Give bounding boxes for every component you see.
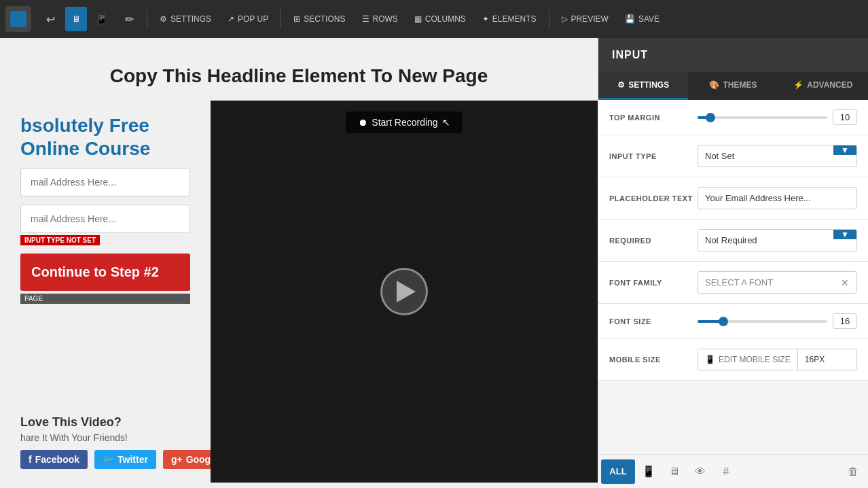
settings-button[interactable]: ⚙ SETTINGS <box>153 7 218 31</box>
input-type-row: INPUT TYPE Not Set ▼ <box>598 135 868 177</box>
font-family-clear-button[interactable]: ✕ <box>833 277 856 288</box>
bottom-eye-button[interactable]: 👁 <box>688 459 712 484</box>
rows-button[interactable]: ☰ ROWS <box>355 7 405 31</box>
placeholder-text-input[interactable] <box>698 187 857 209</box>
mobile-size-control: 📱 EDIT MOBILE SIZE 16PX <box>698 349 857 370</box>
rows-icon: ☰ <box>362 14 369 24</box>
font-family-select[interactable]: SELECT A FONT ✕ <box>698 271 857 294</box>
bottom-eye-icon: 👁 <box>695 466 706 478</box>
advanced-tab-icon: ⚡ <box>793 80 803 90</box>
input-type-dropdown[interactable]: Not Set ▼ <box>698 145 857 167</box>
columns-icon: ▦ <box>414 14 422 24</box>
undo-button[interactable]: ↩ <box>38 7 62 31</box>
panel-header: INPUT <box>598 38 868 72</box>
save-button[interactable]: 💾 SAVE <box>618 7 666 31</box>
desktop-view-button[interactable]: 🖥 <box>65 7 87 31</box>
required-dropdown[interactable]: Not Required ▼ <box>698 229 857 251</box>
email-input-2[interactable] <box>20 205 190 233</box>
page-badge: PAGE <box>20 294 190 304</box>
separator-1 <box>147 10 147 29</box>
tab-themes[interactable]: 🎨 THEMES <box>688 72 778 100</box>
mobile-view-button[interactable]: 📱 <box>90 7 114 31</box>
main-area: Copy This Headline Element To New Page b… <box>0 38 868 488</box>
left-panel: bsolutely Free Online Course INPUT TYPE … <box>0 101 211 483</box>
font-size-slider-track[interactable] <box>698 320 827 323</box>
font-size-row: FONT SIZE <box>598 304 868 339</box>
right-panel-bottom-bar: ALL 📱 🖥 👁 # 🗑 <box>598 454 868 488</box>
panel-tabs: ⚙ SETTINGS 🎨 THEMES ⚡ ADVANCED <box>598 72 868 100</box>
cta-button[interactable]: Continue to Step #2 <box>20 254 190 291</box>
video-area: ⏺ Start Recording ↖ <box>211 101 598 483</box>
desktop-icon: 🖥 <box>72 14 80 24</box>
required-row: REQUIRED Not Required ▼ <box>598 220 868 262</box>
separator-3 <box>549 10 549 29</box>
share-subtitle: hare It With Your Friends! <box>20 432 190 443</box>
settings-icon: ⚙ <box>160 14 167 24</box>
mobile-size-icon: 📱 EDIT MOBILE SIZE <box>698 349 797 370</box>
input-error-badge: INPUT TYPE NOT SET <box>20 235 100 245</box>
panel-content: TOP MARGIN INPUT TYPE Not Set ▼ <box>598 100 868 454</box>
tab-advanced[interactable]: ⚡ ADVANCED <box>778 72 868 100</box>
preview-button[interactable]: ▷ PREVIEW <box>555 7 615 31</box>
placeholder-text-control <box>698 187 857 209</box>
top-margin-row: TOP MARGIN <box>598 100 868 135</box>
video-container: ⏺ Start Recording ↖ <box>211 101 598 483</box>
top-margin-value[interactable] <box>833 109 857 125</box>
page-headline: Copy This Headline Element To New Page <box>0 38 598 101</box>
mobile-size-selector[interactable]: 📱 EDIT MOBILE SIZE 16PX <box>698 349 857 370</box>
preview-icon: ▷ <box>562 14 568 24</box>
email-input-2-wrapper: INPUT TYPE NOT SET <box>20 205 190 245</box>
themes-tab-icon: 🎨 <box>709 80 719 90</box>
start-recording-button[interactable]: ⏺ Start Recording ↖ <box>346 111 462 133</box>
facebook-button[interactable]: f Facebook <box>20 450 88 469</box>
toolbar: ↩ 🖥 📱 ✏ ⚙ SETTINGS ↗ POP UP ⊞ SECTIONS ☰… <box>0 0 868 38</box>
font-family-control: SELECT A FONT ✕ <box>698 271 857 294</box>
pen-button[interactable]: ✏ <box>117 7 141 31</box>
free-course-text: bsolutely Free Online Course <box>20 114 190 160</box>
elements-button[interactable]: ✦ ELEMENTS <box>475 7 543 31</box>
columns-button[interactable]: ▦ COLUMNS <box>408 7 473 31</box>
bottom-trash-icon: 🗑 <box>848 466 858 478</box>
pen-icon: ✏ <box>125 13 134 26</box>
bottom-desktop-button[interactable]: 🖥 <box>662 459 687 484</box>
bottom-mobile-button[interactable]: 📱 <box>636 459 661 484</box>
bottom-desktop-icon: 🖥 <box>669 466 680 478</box>
top-margin-slider-thumb[interactable] <box>706 113 715 122</box>
elements-icon: ✦ <box>482 14 489 24</box>
right-panel: INPUT ⚙ SETTINGS 🎨 THEMES ⚡ ADVANCED TOP… <box>598 38 868 488</box>
bottom-hash-icon: # <box>723 466 729 478</box>
input-type-control: Not Set ▼ <box>698 145 857 167</box>
save-icon: 💾 <box>625 14 635 24</box>
google-icon: g+ <box>171 454 183 465</box>
canvas: Copy This Headline Element To New Page b… <box>0 38 598 488</box>
tab-settings[interactable]: ⚙ SETTINGS <box>598 72 688 100</box>
popup-button[interactable]: ↗ POP UP <box>221 7 275 31</box>
font-size-control <box>698 313 857 329</box>
top-margin-slider-track[interactable] <box>698 116 827 119</box>
twitter-icon: 🐦 <box>103 454 114 465</box>
mobile-icon-small: 📱 <box>705 355 715 364</box>
bottom-trash-button[interactable]: 🗑 <box>841 459 865 484</box>
record-icon: ⏺ <box>358 117 367 128</box>
font-size-slider-thumb[interactable] <box>719 317 728 326</box>
separator-2 <box>281 10 281 29</box>
required-control: Not Required ▼ <box>698 229 857 251</box>
sections-button[interactable]: ⊞ SECTIONS <box>287 7 352 31</box>
bottom-hash-button[interactable]: # <box>714 459 738 484</box>
social-buttons: f Facebook 🐦 Twitter g+ Google+ <box>20 450 190 469</box>
required-dropdown-arrow[interactable]: ▼ <box>833 230 856 239</box>
top-margin-control <box>698 109 857 125</box>
facebook-icon: f <box>29 454 32 465</box>
twitter-button[interactable]: 🐦 Twitter <box>94 450 156 469</box>
canvas-inner: Copy This Headline Element To New Page b… <box>0 38 598 488</box>
mobile-size-row: MOBILE SIZE 📱 EDIT MOBILE SIZE 16PX <box>598 339 868 381</box>
play-triangle-icon <box>397 281 416 302</box>
font-size-value[interactable] <box>833 313 857 329</box>
placeholder-text-row: PLACEHOLDER TEXT <box>598 177 868 220</box>
input-type-dropdown-arrow[interactable]: ▼ <box>833 145 856 155</box>
share-title: Love This Video? <box>20 415 190 430</box>
all-button[interactable]: ALL <box>601 459 635 484</box>
share-section: Love This Video? hare It With Your Frien… <box>20 415 190 469</box>
email-input-1[interactable] <box>20 168 190 196</box>
play-button[interactable] <box>380 268 428 315</box>
